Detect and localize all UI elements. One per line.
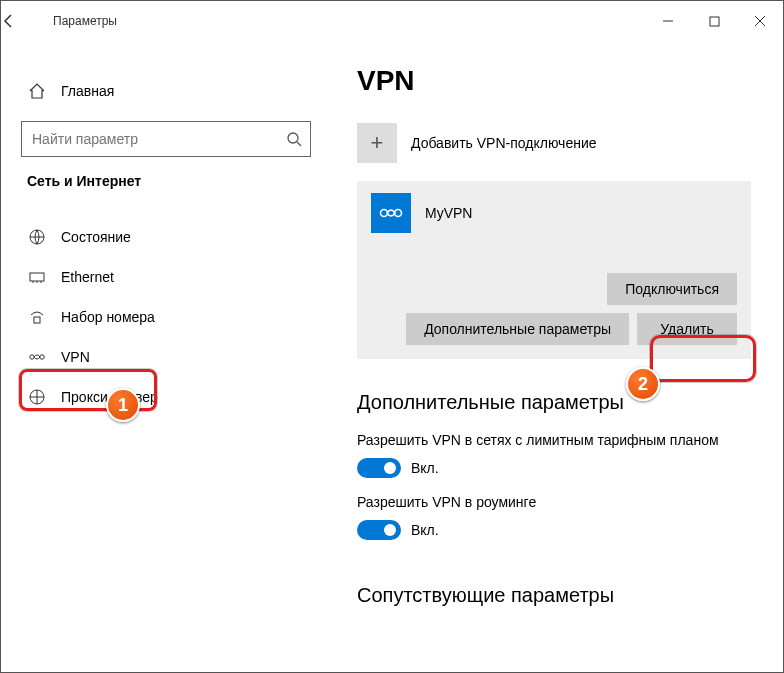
connect-button[interactable]: Подключиться [607, 273, 737, 305]
nav-ethernet[interactable]: Ethernet [21, 257, 317, 297]
advanced-button[interactable]: Дополнительные параметры [406, 313, 629, 345]
vpn-connection-name: MyVPN [425, 205, 472, 221]
sidebar-category: Сеть и Интернет [27, 173, 311, 189]
setting-roaming: Разрешить VPN в роуминге Вкл. [357, 494, 751, 540]
nav-home-label: Главная [61, 83, 114, 99]
toggle-roaming[interactable] [357, 520, 401, 540]
page-title: VPN [357, 65, 751, 97]
nav-item-label: Прокси-сервер [61, 389, 158, 405]
ethernet-icon [27, 267, 47, 287]
search-icon [286, 131, 302, 147]
nav-item-label: Состояние [61, 229, 131, 245]
search-input[interactable] [30, 130, 286, 148]
nav-home[interactable]: Главная [21, 71, 317, 111]
window-title: Параметры [41, 14, 117, 28]
svg-point-2 [288, 133, 298, 143]
vpn-connection-icon [371, 193, 411, 233]
setting-label: Разрешить VPN в роуминге [357, 494, 751, 510]
nav-proxy[interactable]: Прокси-сервер [21, 377, 317, 417]
close-button[interactable] [737, 6, 783, 36]
setting-label: Разрешить VPN в сетях с лимитным тарифны… [357, 432, 751, 448]
section-advanced-title: Дополнительные параметры [357, 391, 751, 414]
vpn-connection-card[interactable]: MyVPN Подключиться Дополнительные параме… [357, 181, 751, 359]
svg-rect-10 [34, 317, 40, 323]
toggle-metered[interactable] [357, 458, 401, 478]
sidebar: Главная Сеть и Интернет Состояние Ethern… [1, 41, 331, 672]
svg-rect-1 [710, 17, 719, 26]
add-vpn-row[interactable]: + Добавить VPN-подключение [357, 123, 751, 163]
toggle-state: Вкл. [411, 460, 439, 476]
nav-status[interactable]: Состояние [21, 217, 317, 257]
add-vpn-label: Добавить VPN-подключение [411, 135, 597, 151]
svg-point-16 [381, 210, 388, 217]
svg-line-3 [297, 142, 301, 146]
vpn-icon [27, 347, 47, 367]
plus-icon: + [357, 123, 397, 163]
svg-rect-6 [30, 273, 44, 281]
delete-button[interactable]: Удалить [637, 313, 737, 345]
setting-metered: Разрешить VPN в сетях с лимитным тарифны… [357, 432, 751, 478]
section-related-title: Сопутствующие параметры [357, 584, 751, 607]
nav-dialup[interactable]: Набор номера [21, 297, 317, 337]
nav-item-label: Набор номера [61, 309, 155, 325]
maximize-button[interactable] [691, 6, 737, 36]
home-icon [27, 81, 47, 101]
svg-point-11 [30, 355, 34, 359]
back-button[interactable] [1, 13, 41, 29]
nav-vpn[interactable]: VPN [21, 337, 317, 377]
nav-item-label: VPN [61, 349, 90, 365]
globe-grid-icon [27, 227, 47, 247]
proxy-icon [27, 387, 47, 407]
content-area: VPN + Добавить VPN-подключение MyVPN Под… [331, 41, 783, 672]
search-input-container[interactable] [21, 121, 311, 157]
minimize-button[interactable] [645, 6, 691, 36]
nav-item-label: Ethernet [61, 269, 114, 285]
dialup-icon [27, 307, 47, 327]
toggle-state: Вкл. [411, 522, 439, 538]
